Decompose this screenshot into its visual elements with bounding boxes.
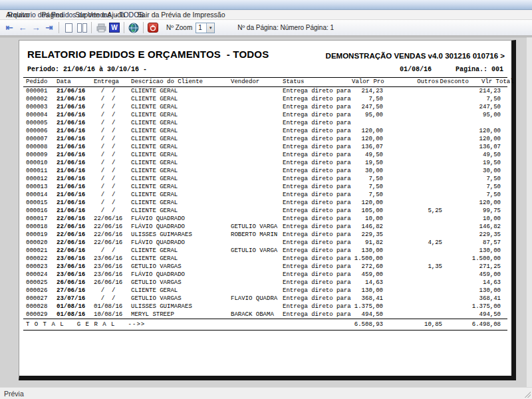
menu-item-pagina[interactable]: Página	[36, 10, 70, 19]
cell-desconto	[413, 271, 442, 279]
resize-grip[interactable]	[523, 390, 531, 398]
zoom-value: 1	[196, 23, 206, 33]
cell-desconto	[413, 295, 442, 303]
col-header-data: Data	[57, 78, 94, 86]
cell-pedido: 000024	[26, 271, 57, 279]
table-row: 00002801/08/1601/08/16ULISSES GUIMARAESE…	[22, 303, 509, 311]
last-page-button[interactable]: ⇥	[43, 21, 56, 34]
report-rows: 00000121/06/16 / /CLIENTE GERALEntrega d…	[22, 87, 509, 319]
cell-pedido: 000019	[26, 231, 57, 239]
prev-page-button[interactable]: ←	[16, 21, 29, 34]
cell-entrega: / /	[94, 95, 131, 103]
cell-outros	[383, 87, 413, 95]
menu-item-arquivo[interactable]: Arquivo	[0, 10, 36, 19]
table-row: 00000821/06/16 / /CLIENTE GERALEntrega d…	[22, 143, 509, 151]
cell-vendedor	[231, 127, 283, 135]
table-row: 00001621/06/16 / /CLIENTE GERALEntrega d…	[22, 207, 509, 215]
cell-outros	[383, 231, 413, 239]
cell-cliente: CLIENTE GERAL	[131, 151, 231, 159]
cell-desconto	[413, 159, 442, 167]
cell-cliente: ULISSES GUIMARAES	[131, 231, 231, 239]
cell-valor: 7,50	[352, 191, 383, 199]
cell-pedido: 000009	[26, 151, 57, 159]
cell-total: 87,57	[442, 239, 501, 247]
cell-vendedor	[231, 135, 283, 143]
cell-valor: 7,50	[352, 95, 383, 103]
table-row: 00002323/06/1623/06/16GETULIO VARGASEntr…	[22, 263, 509, 271]
cell-status: Entrega direto para	[283, 215, 352, 223]
print-button[interactable]	[94, 21, 108, 34]
cell-outros	[383, 191, 413, 199]
cell-data: 21/06/16	[57, 119, 94, 127]
report-version-header: DEMONSTRAÇÃO VENDAS v4.0 301216 010716 >	[326, 52, 505, 60]
col-header-status: Status	[283, 78, 352, 86]
cell-outros	[383, 111, 413, 119]
cell-status: Entrega direto para	[283, 223, 352, 231]
cell-outros	[383, 287, 413, 295]
chevron-down-icon[interactable]: ▼	[206, 23, 214, 33]
cell-status: Entrega direto para	[283, 151, 352, 159]
table-row: 00000321/06/16 / /CLIENTE GERALEntrega d…	[22, 103, 509, 111]
table-row: 00001021/06/16 / /CLIENTE GERALEntrega d…	[22, 159, 509, 167]
cell-valor: 247,50	[352, 103, 383, 111]
cell-total: 10,00	[442, 215, 501, 223]
col-header-total: Vlr Total	[473, 78, 514, 86]
next-page-button[interactable]: →	[29, 21, 43, 34]
cell-data: 21/06/16	[57, 159, 94, 167]
cell-status: Entrega direto para	[283, 239, 352, 247]
zoom-label: Nº Zoom	[166, 24, 192, 31]
cell-outros	[383, 255, 413, 263]
cell-data: 01/08/16	[57, 303, 94, 311]
cell-desconto	[413, 111, 442, 119]
table-row: 00000921/06/16 / /CLIENTE GERALEntrega d…	[22, 151, 509, 159]
cell-entrega: / /	[94, 199, 131, 207]
cell-valor: 1.500,00	[352, 255, 383, 263]
menu-item-sair-previa[interactable]: Sair da Prévia de Impressão	[131, 10, 231, 19]
cell-data: 26/06/16	[57, 279, 94, 287]
cell-status: Entrega direto para	[283, 303, 352, 311]
first-page-button[interactable]: ⇤	[3, 21, 16, 34]
word-export-button[interactable]: W	[108, 21, 121, 34]
col-header-valor: Valor Pro	[352, 78, 384, 86]
word-export-icon: W	[109, 23, 120, 33]
cell-outros	[383, 199, 413, 207]
print-icon	[96, 23, 106, 33]
cell-valor: 120,00	[352, 199, 383, 207]
cell-total: 95,00	[442, 111, 501, 119]
cell-status: Entrega direto para	[283, 87, 352, 95]
cell-vendedor	[231, 87, 283, 95]
table-row: 00001421/06/16 / /CLIENTE GERALEntrega d…	[22, 191, 509, 199]
web-button[interactable]	[127, 21, 140, 34]
cell-valor: 229,35	[352, 231, 383, 239]
table-row: 00000421/06/16 / /CLIENTE GERALEntrega d…	[22, 111, 509, 119]
cell-total: 120,00	[442, 135, 501, 143]
cell-entrega: / /	[94, 143, 131, 151]
cell-desconto	[413, 279, 442, 287]
cell-pedido: 000029	[26, 311, 57, 319]
table-row: 00002423/06/1623/06/16FLÁVIO QUADRADOEnt…	[22, 271, 509, 279]
cell-cliente: CLIENTE GERAL	[131, 159, 231, 167]
cell-vendedor: FLAVIO QUADRA	[231, 295, 283, 303]
cell-cliente: CLIENTE GERAL	[131, 127, 231, 135]
cell-desconto	[413, 127, 442, 135]
cell-vendedor: BARACK OBAMA	[231, 311, 283, 319]
cell-status: Entrega direto para	[283, 103, 352, 111]
cell-pedido: 000028	[26, 303, 57, 311]
zoom-combobox[interactable]: 1 ▼	[196, 23, 215, 33]
cell-total: 1.375,00	[442, 303, 501, 311]
cell-desconto: 4,25	[413, 239, 442, 247]
exit-preview-button[interactable]	[146, 21, 160, 34]
preview-area: RELATORIO PEDIDOS E ORÇAMENTOS - TODOS D…	[0, 37, 532, 387]
cell-entrega: / /	[94, 191, 131, 199]
cell-pedido: 000016	[26, 207, 57, 215]
cell-total: 146,82	[442, 223, 501, 231]
cell-desconto	[413, 143, 442, 151]
cell-outros	[383, 103, 413, 111]
menu-item-suporte-ajuda[interactable]: Suporte e Ajuda	[69, 10, 131, 19]
cell-valor: 91,82	[352, 239, 383, 247]
cell-outros	[383, 119, 413, 127]
two-page-view-button[interactable]	[75, 21, 88, 34]
cell-total: 136,07	[442, 143, 501, 151]
single-page-view-button[interactable]	[62, 21, 75, 34]
cell-desconto: 1,35	[413, 263, 442, 271]
